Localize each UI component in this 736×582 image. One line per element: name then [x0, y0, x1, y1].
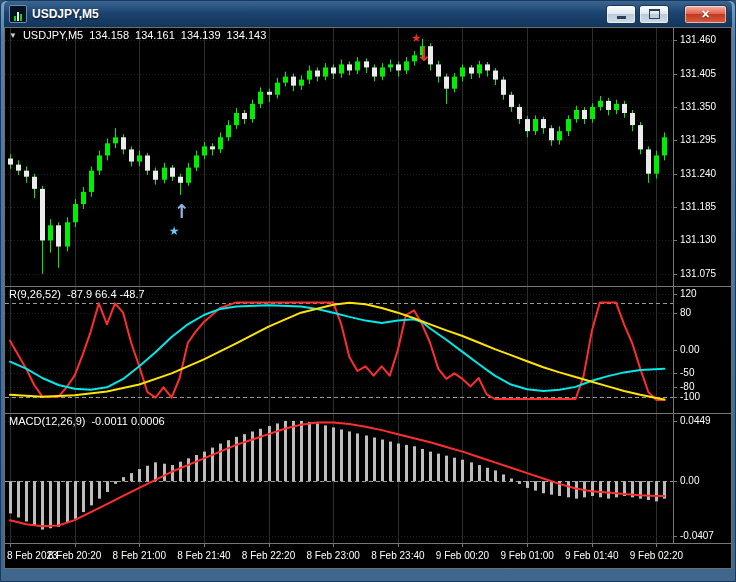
time-axis-canvas[interactable]: [5, 544, 731, 568]
app-icon: [9, 5, 27, 23]
chart-window: USDJPY,M5 × ▼ USDJPY,M5 134.158 134.161 …: [0, 0, 736, 582]
minimize-icon: [617, 16, 626, 19]
title-bar[interactable]: USDJPY,M5 ×: [4, 1, 732, 27]
window-controls: ×: [606, 5, 727, 24]
price-panel: ▼ USDJPY,M5 134.158 134.161 134.139 134.…: [5, 28, 731, 286]
oscillator-panel: R(9,26,52) -87.9 66.4 -48.7: [5, 287, 731, 413]
symbol-dropdown-icon[interactable]: ▼: [9, 31, 17, 40]
close-button[interactable]: ×: [684, 5, 727, 24]
window-title: USDJPY,M5: [32, 7, 99, 21]
time-axis-panel: [5, 544, 731, 568]
oscillator-canvas[interactable]: [5, 287, 731, 413]
minimize-button[interactable]: [606, 5, 636, 24]
close-icon: ×: [701, 7, 709, 22]
price-chart-canvas[interactable]: [5, 28, 731, 286]
macd-canvas[interactable]: [5, 414, 731, 543]
maximize-button[interactable]: [639, 5, 669, 24]
chart-area: ▼ USDJPY,M5 134.158 134.161 134.139 134.…: [4, 27, 732, 569]
maximize-icon: [649, 9, 660, 19]
macd-panel: MACD(12,26,9) -0.0011 0.0006: [5, 414, 731, 543]
